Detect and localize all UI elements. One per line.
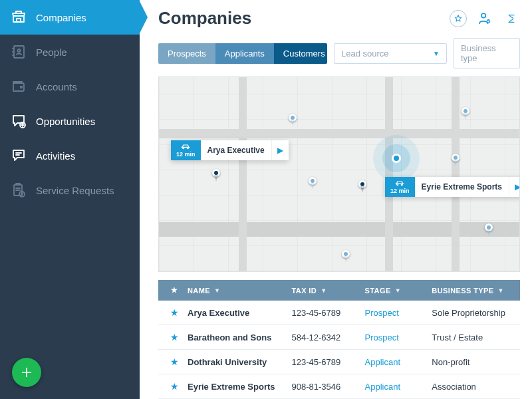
sidebar-item-service-requests[interactable]: Service Requests: [0, 173, 140, 207]
map[interactable]: 12 min Arya Executive ▶ 12 min Eyrie Ext…: [158, 76, 520, 272]
sort-icon: ▼: [395, 287, 401, 294]
sidebar: Companies People Accounts Opportunities …: [0, 0, 140, 399]
svg-point-1: [18, 49, 21, 52]
star-icon[interactable]: ★: [170, 381, 179, 392]
filters-row: Prospects Applicants Customers Lead sour…: [140, 34, 532, 76]
user-action[interactable]: [476, 10, 493, 27]
table-row[interactable]: ★ Arya Executive 123-45-6789 Prospect So…: [158, 301, 520, 325]
business-type-dropdown[interactable]: Business type: [454, 38, 520, 68]
sidebar-item-label: People: [36, 47, 67, 58]
sort-icon: ▼: [321, 287, 327, 294]
table-row[interactable]: ★ Dothraki University 123-45-6789 Applic…: [158, 350, 520, 374]
col-star[interactable]: ★: [166, 286, 182, 295]
cell-stage[interactable]: Prospect: [365, 307, 427, 318]
col-tax[interactable]: TAX ID▼: [291, 286, 359, 295]
sidebar-item-label: Service Requests: [36, 185, 114, 196]
sidebar-item-label: Opportunities: [36, 116, 95, 127]
header-actions: [450, 10, 520, 27]
chat-lines-icon: [11, 148, 27, 164]
cell-name: Arya Executive: [188, 307, 286, 318]
sidebar-item-label: Accounts: [36, 81, 77, 92]
companies-table: ★ NAME▼ TAX ID▼ STAGE▼ BUSINESS TYPE▼ ★ …: [158, 280, 520, 399]
car-icon: 12 min: [385, 177, 415, 197]
car-icon: 12 min: [171, 140, 201, 160]
sort-icon: ▼: [498, 287, 504, 294]
favorite-action[interactable]: [450, 10, 467, 27]
cell-tax: 584-12-6342: [291, 332, 359, 342]
callout-label: Eyrie Extreme Sports: [415, 177, 509, 197]
clipboard-check-icon: [11, 182, 27, 198]
map-callout[interactable]: 12 min Eyrie Extreme Sports ▶: [385, 177, 520, 197]
cell-name: Baratheon and Sons: [188, 332, 286, 342]
svg-point-2: [21, 86, 23, 88]
cell-name: Dothraki University: [188, 356, 286, 367]
callout-eta: 12 min: [176, 151, 196, 158]
cell-tax: 123-45-6789: [291, 356, 359, 367]
cell-name: Eyrie Extreme Sports: [188, 381, 286, 392]
star-icon[interactable]: ★: [170, 332, 179, 342]
cell-type: Trust / Estate: [432, 332, 512, 342]
dropdown-label: Lead source: [341, 49, 389, 59]
callout-eta: 12 min: [390, 188, 410, 194]
svg-point-9: [188, 148, 189, 149]
sidebar-item-people[interactable]: People: [0, 35, 140, 69]
contacts-icon: [11, 44, 27, 60]
star-icon[interactable]: ★: [170, 356, 179, 367]
col-type[interactable]: BUSINESS TYPE▼: [432, 286, 512, 295]
map-pin[interactable]: [485, 223, 493, 231]
map-pin[interactable]: [452, 154, 460, 162]
chevron-right-icon: ▶: [509, 177, 520, 197]
map-pin[interactable]: [342, 250, 350, 258]
map-callout[interactable]: 12 min Arya Executive ▶: [171, 140, 289, 160]
sort-icon: ▼: [214, 287, 220, 294]
app-root: Companies People Accounts Opportunities …: [0, 0, 532, 399]
map-pin[interactable]: [309, 177, 317, 185]
svg-point-8: [183, 148, 184, 149]
header: Companies: [140, 0, 532, 34]
cell-stage[interactable]: Prospect: [365, 332, 427, 342]
current-location: [392, 154, 401, 163]
callout-label: Arya Executive: [201, 140, 271, 160]
cell-type: Sole Proprietorship: [432, 307, 512, 318]
seg-prospects[interactable]: Prospects: [158, 43, 215, 64]
add-button[interactable]: [12, 358, 41, 387]
sidebar-item-label: Activities: [36, 150, 75, 162]
sidebar-item-activities[interactable]: Activities: [0, 138, 140, 173]
map-pin[interactable]: [289, 114, 297, 122]
storefront-icon: [11, 9, 27, 25]
col-name[interactable]: NAME▼: [188, 286, 286, 295]
svg-point-6: [481, 13, 485, 17]
segmented-control: Prospects Applicants Customers: [158, 43, 327, 64]
col-stage[interactable]: STAGE▼: [365, 286, 427, 295]
table-header: ★ NAME▼ TAX ID▼ STAGE▼ BUSINESS TYPE▼: [158, 280, 520, 301]
lead-source-dropdown[interactable]: Lead source ▼: [334, 43, 447, 64]
seg-customers[interactable]: Customers: [274, 43, 327, 64]
cell-stage[interactable]: Applicant: [365, 381, 427, 392]
map-pin[interactable]: [462, 107, 469, 115]
star-icon[interactable]: ★: [170, 307, 179, 318]
sidebar-item-label: Companies: [36, 12, 86, 23]
dropdown-label: Business type: [461, 43, 513, 63]
chevron-down-icon: ▼: [433, 50, 440, 57]
cell-type: Non-profit: [432, 356, 512, 367]
cell-type: Association: [432, 381, 512, 392]
sidebar-item-accounts[interactable]: Accounts: [0, 69, 140, 104]
seg-applicants[interactable]: Applicants: [215, 43, 274, 64]
table-row[interactable]: ★ Baratheon and Sons 584-12-6342 Prospec…: [158, 325, 520, 350]
sidebar-item-opportunities[interactable]: Opportunities: [0, 104, 140, 138]
cell-tax: 908-81-3546: [291, 381, 359, 392]
more-action[interactable]: [503, 10, 520, 27]
main: Companies Prospects Applicants Customers: [140, 0, 532, 399]
svg-point-11: [402, 184, 403, 186]
map-pin[interactable]: [212, 169, 220, 177]
chat-add-icon: [11, 113, 27, 129]
wallet-icon: [11, 78, 27, 94]
table-row[interactable]: ★ Eyrie Extreme Sports 908-81-3546 Appli…: [158, 374, 520, 399]
page-title: Companies: [158, 8, 450, 29]
cell-stage[interactable]: Applicant: [365, 356, 427, 367]
sidebar-item-companies[interactable]: Companies: [0, 0, 140, 35]
cell-tax: 123-45-6789: [291, 307, 359, 318]
map-pin[interactable]: [358, 180, 366, 188]
chevron-right-icon: ▶: [271, 140, 289, 160]
svg-point-10: [397, 184, 398, 186]
